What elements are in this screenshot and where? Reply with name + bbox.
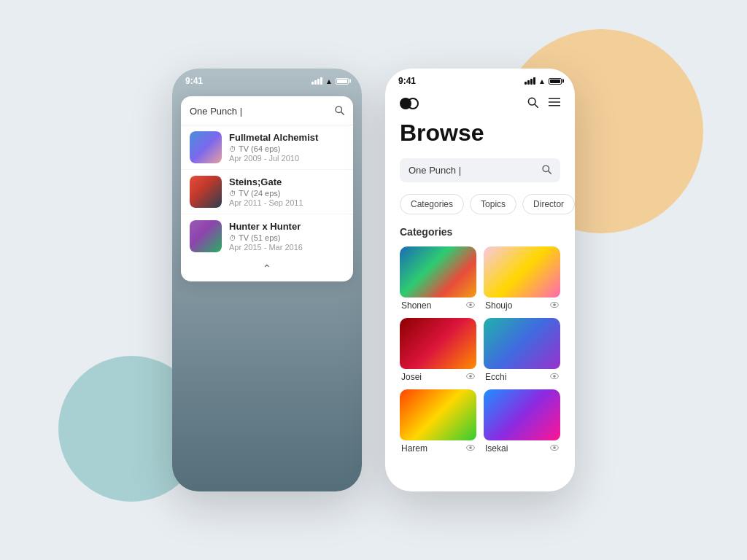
result-meta: ⏱ TV (51 eps): [229, 233, 344, 242]
filter-tabs: CategoriesTopicsDirector: [400, 194, 560, 214]
category-card-isekai[interactable]: Isekai: [484, 389, 560, 454]
svg-point-12: [553, 303, 556, 306]
categories-section-title: Categories: [400, 226, 560, 238]
results-list: Fullmetal Alchemist ⏱ TV (64 eps) Apr 20…: [181, 125, 353, 258]
result-info: Steins;Gate ⏱ TV (24 eps) Apr 2011 - Sep…: [229, 176, 344, 207]
status-time-phone1: 9:41: [185, 76, 203, 86]
logo-circle-right: [407, 98, 419, 109]
result-info: Fullmetal Alchemist ⏱ TV (64 eps) Apr 20…: [229, 132, 344, 163]
svg-point-14: [469, 375, 472, 378]
search-dropdown-card: Fullmetal Alchemist ⏱ TV (64 eps) Apr 20…: [181, 96, 353, 281]
category-name: Josei: [401, 372, 422, 382]
search-browse-button[interactable]: [541, 164, 551, 176]
search-bar-phone2[interactable]: [400, 158, 560, 182]
svg-line-8: [549, 171, 551, 174]
status-bar-phone1: 9:41 ▲: [172, 69, 362, 90]
result-type: TV (51 eps): [239, 233, 280, 242]
eye-icon: [550, 373, 559, 381]
category-thumb-isekai: [484, 389, 560, 440]
search-input-phone2[interactable]: [409, 165, 535, 176]
result-type: TV (64 eps): [239, 144, 280, 153]
result-type: TV (24 eps): [239, 189, 280, 198]
phone-1: 9:41 ▲: [172, 69, 362, 491]
battery-icon-phone1: [336, 78, 349, 85]
svg-line-3: [535, 104, 538, 107]
category-label: Ecchi: [484, 372, 560, 382]
category-card-ecchi[interactable]: Ecchi: [484, 318, 560, 382]
wifi-icon-phone1: ▲: [325, 77, 333, 85]
svg-point-20: [553, 446, 556, 449]
svg-point-16: [553, 375, 556, 378]
svg-point-2: [528, 98, 535, 105]
svg-line-1: [341, 112, 344, 115]
status-bar-phone2: 9:41 ▲: [385, 69, 575, 90]
category-name: Harem: [401, 443, 427, 454]
phones-container: 9:41 ▲: [172, 69, 575, 491]
search-result-item[interactable]: Hunter x Hunter ⏱ TV (51 eps) Apr 2015 -…: [181, 214, 353, 258]
result-meta: ⏱ TV (24 eps): [229, 189, 344, 198]
status-icons-phone2: ▲: [525, 77, 562, 85]
category-thumb-josei: [400, 318, 476, 369]
clock-icon: ⏱: [229, 190, 236, 198]
category-thumb-ecchi: [484, 318, 560, 369]
clock-icon: ⏱: [229, 234, 236, 242]
category-card-shoujo[interactable]: Shoujo: [484, 246, 560, 311]
category-label: Harem: [400, 443, 476, 454]
category-card-shonen[interactable]: Shonen: [400, 246, 476, 311]
category-label: Shoujo: [484, 300, 560, 311]
result-title: Fullmetal Alchemist: [229, 132, 344, 143]
collapse-section[interactable]: ⌃: [181, 258, 353, 276]
phone2-content: Browse CategoriesTopicsDirector Categori…: [385, 90, 575, 491]
eye-icon: [550, 301, 559, 310]
clock-icon: ⏱: [229, 145, 236, 153]
category-card-josei[interactable]: Josei: [400, 318, 476, 382]
categories-grid: Shonen Shoujo Josei: [400, 246, 560, 454]
result-info: Hunter x Hunter ⏱ TV (51 eps) Apr 2015 -…: [229, 221, 344, 252]
category-label: Isekai: [484, 443, 560, 454]
svg-point-10: [469, 303, 472, 306]
category-name: Shoujo: [485, 300, 512, 311]
search-result-item[interactable]: Fullmetal Alchemist ⏱ TV (64 eps) Apr 20…: [181, 125, 353, 170]
signal-icon-phone2: [525, 77, 535, 85]
anime-thumb: [190, 131, 222, 163]
result-dates: Apr 2011 - Sep 2011: [229, 198, 344, 207]
category-name: Shonen: [401, 300, 431, 311]
search-header-button[interactable]: [527, 96, 538, 111]
filter-tab-categories[interactable]: Categories: [400, 194, 464, 214]
svg-point-18: [469, 446, 472, 449]
eye-icon: [466, 444, 475, 453]
category-label: Josei: [400, 372, 476, 382]
anime-thumb: [190, 220, 222, 252]
eye-icon: [550, 444, 559, 453]
phone-2: 9:41 ▲: [385, 69, 575, 491]
status-time-phone2: 9:41: [398, 76, 416, 86]
category-thumb-shonen: [400, 246, 476, 298]
category-card-harem[interactable]: Harem: [400, 389, 476, 454]
category-thumb-shoujo: [484, 246, 560, 298]
eye-icon: [466, 373, 475, 381]
filter-tab-topics[interactable]: Topics: [470, 194, 516, 214]
category-thumb-harem: [400, 389, 476, 440]
result-title: Hunter x Hunter: [229, 221, 344, 232]
search-button-phone1[interactable]: [334, 105, 344, 117]
anime-thumb: [190, 176, 222, 208]
result-title: Steins;Gate: [229, 176, 344, 187]
search-bar-phone1[interactable]: [181, 105, 353, 125]
menu-button[interactable]: [549, 96, 560, 111]
result-meta: ⏱ TV (64 eps): [229, 144, 344, 153]
collapse-button[interactable]: ⌃: [263, 262, 271, 274]
category-label: Shonen: [400, 300, 476, 311]
eye-icon: [466, 301, 475, 310]
result-dates: Apr 2009 - Jul 2010: [229, 154, 344, 163]
status-icons-phone1: ▲: [311, 77, 349, 85]
svg-point-7: [543, 166, 549, 171]
search-result-item[interactable]: Steins;Gate ⏱ TV (24 eps) Apr 2011 - Sep…: [181, 170, 353, 214]
app-logo: [400, 98, 419, 109]
filter-tab-director[interactable]: Director: [522, 194, 575, 214]
app-header: [400, 90, 560, 120]
header-actions: [527, 96, 560, 111]
svg-point-0: [336, 106, 341, 112]
category-name: Isekai: [485, 443, 508, 454]
search-input-phone1[interactable]: [190, 106, 334, 117]
battery-icon-phone2: [549, 78, 562, 85]
